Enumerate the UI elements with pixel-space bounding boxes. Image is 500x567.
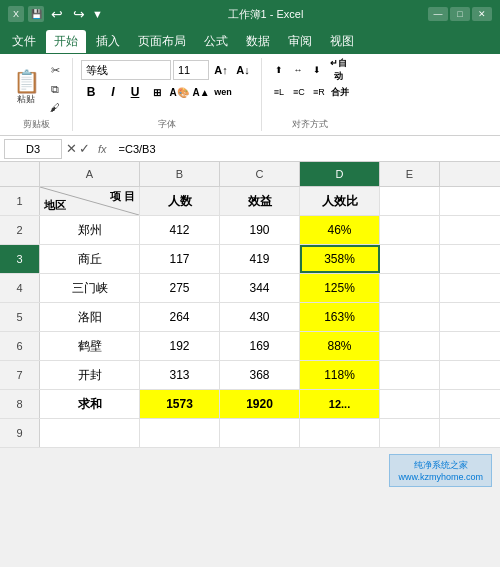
cut-button[interactable]: ✂ [46,62,64,79]
cell-a7[interactable]: 开封 [40,361,140,389]
cell-b6[interactable]: 192 [140,332,220,360]
font-size-input[interactable] [173,60,209,80]
more-icon[interactable]: ▼ [92,8,103,20]
cell-e4[interactable] [380,274,440,302]
align-bottom-button[interactable]: ⬇ [308,62,326,78]
font-color-button[interactable]: A▲ [191,82,211,102]
cell-d4[interactable]: 125% [300,274,380,302]
cell-d1[interactable]: 人效比 [300,187,380,215]
cell-a3[interactable]: 商丘 [40,245,140,273]
align-left-button[interactable]: ≡L [270,84,288,100]
col-header-c[interactable]: C [220,162,300,186]
row-num-9[interactable]: 9 [0,419,40,447]
formula-input[interactable] [115,143,496,155]
col-header-a[interactable]: A [40,162,140,186]
cell-e2[interactable] [380,216,440,244]
wrap-text-button[interactable]: ↵自动 [328,60,348,80]
row-num-3[interactable]: 3 [0,245,40,273]
wen-button[interactable]: wen [213,82,233,102]
cell-b8[interactable]: 1573 [140,390,220,418]
cell-c7[interactable]: 368 [220,361,300,389]
format-painter-button[interactable]: 🖌 [46,100,64,115]
align-top-button[interactable]: ⬆ [270,62,288,78]
cell-e7[interactable] [380,361,440,389]
fill-color-button[interactable]: A🎨 [169,82,189,102]
cell-d5[interactable]: 163% [300,303,380,331]
row-num-2[interactable]: 2 [0,216,40,244]
cell-b9[interactable] [140,419,220,447]
formula-confirm-button[interactable]: ✓ [79,141,90,156]
cell-d8[interactable]: 12... [300,390,380,418]
cell-c4[interactable]: 344 [220,274,300,302]
cell-a4[interactable]: 三门峡 [40,274,140,302]
save-icon[interactable]: 💾 [28,6,44,22]
cell-reference-input[interactable] [4,139,62,159]
cell-d2[interactable]: 46% [300,216,380,244]
formula-cancel-button[interactable]: ✕ [66,141,77,156]
border-button[interactable]: ⊞ [147,82,167,102]
menu-file[interactable]: 文件 [4,30,44,53]
row-num-6[interactable]: 6 [0,332,40,360]
col-header-d[interactable]: D [300,162,380,186]
cell-a6[interactable]: 鹤壁 [40,332,140,360]
close-button[interactable]: ✕ [472,7,492,21]
menu-home[interactable]: 开始 [46,30,86,53]
font-shrink-button[interactable]: A↓ [233,60,253,80]
maximize-button[interactable]: □ [450,7,470,21]
row-num-5[interactable]: 5 [0,303,40,331]
cell-e3[interactable] [380,245,440,273]
merge-button[interactable]: 合并 [330,82,350,102]
italic-button[interactable]: I [103,82,123,102]
cell-a2[interactable]: 郑州 [40,216,140,244]
row-num-8[interactable]: 8 [0,390,40,418]
minimize-button[interactable]: — [428,7,448,21]
cell-a5[interactable]: 洛阳 [40,303,140,331]
col-header-b[interactable]: B [140,162,220,186]
menu-formula[interactable]: 公式 [196,30,236,53]
bold-button[interactable]: B [81,82,101,102]
font-grow-button[interactable]: A↑ [211,60,231,80]
col-header-e[interactable]: E [380,162,440,186]
cell-b3[interactable]: 117 [140,245,220,273]
cell-e1[interactable] [380,187,440,215]
menu-page-layout[interactable]: 页面布局 [130,30,194,53]
cell-c6[interactable]: 169 [220,332,300,360]
cell-d7[interactable]: 118% [300,361,380,389]
underline-button[interactable]: U [125,82,145,102]
cell-c3[interactable]: 419 [220,245,300,273]
paste-button[interactable]: 📋 粘贴 [8,64,44,112]
cell-c2[interactable]: 190 [220,216,300,244]
row-num-1[interactable]: 1 [0,187,40,215]
undo-button[interactable]: ↩ [48,6,66,22]
cell-d3[interactable]: 358% [300,245,380,273]
align-middle-button[interactable]: ↔ [289,62,307,78]
menu-insert[interactable]: 插入 [88,30,128,53]
menu-review[interactable]: 审阅 [280,30,320,53]
menu-view[interactable]: 视图 [322,30,362,53]
cell-b7[interactable]: 313 [140,361,220,389]
cell-e8[interactable] [380,390,440,418]
cell-b4[interactable]: 275 [140,274,220,302]
cell-e9[interactable] [380,419,440,447]
cell-e6[interactable] [380,332,440,360]
cell-a8[interactable]: 求和 [40,390,140,418]
cell-a1[interactable]: 项 目 地区 [40,187,140,215]
cell-b1[interactable]: 人数 [140,187,220,215]
align-center-button[interactable]: ≡C [290,84,308,100]
copy-button[interactable]: ⧉ [46,81,64,98]
row-num-4[interactable]: 4 [0,274,40,302]
cell-c8[interactable]: 1920 [220,390,300,418]
align-right-button[interactable]: ≡R [310,84,328,100]
cell-d6[interactable]: 88% [300,332,380,360]
redo-button[interactable]: ↪ [70,6,88,22]
cell-a9[interactable] [40,419,140,447]
cell-c1[interactable]: 效益 [220,187,300,215]
cell-e5[interactable] [380,303,440,331]
cell-c5[interactable]: 430 [220,303,300,331]
font-name-input[interactable] [81,60,171,80]
row-num-7[interactable]: 7 [0,361,40,389]
cell-c9[interactable] [220,419,300,447]
cell-d9[interactable] [300,419,380,447]
cell-b5[interactable]: 264 [140,303,220,331]
menu-data[interactable]: 数据 [238,30,278,53]
